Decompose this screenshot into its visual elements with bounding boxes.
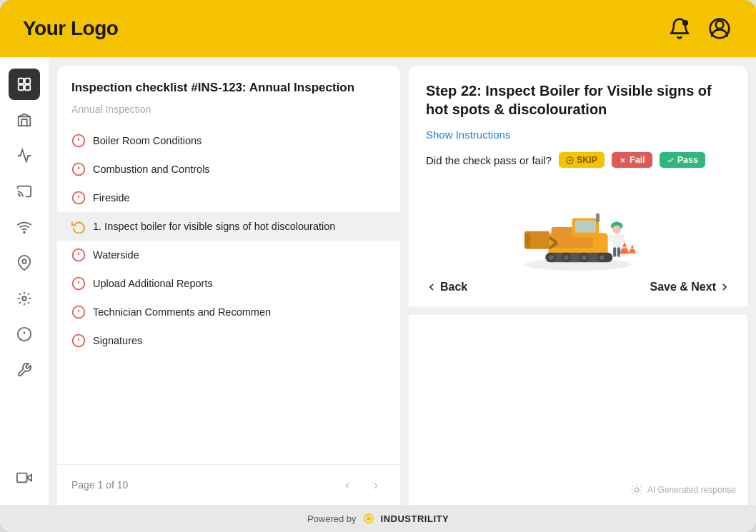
svg-point-55 (603, 253, 612, 262)
svg-point-9 (24, 231, 25, 233)
brand-name: INDUSTRILITY (381, 513, 449, 524)
svg-point-1 (716, 21, 724, 29)
svg-point-59 (600, 255, 605, 260)
sidebar-item-chart[interactable] (9, 140, 40, 171)
svg-rect-75 (630, 248, 635, 249)
svg-marker-15 (27, 474, 31, 481)
list-item[interactable]: Waterside (57, 241, 400, 269)
sidebar-item-alert[interactable] (9, 318, 40, 350)
svg-point-76 (635, 488, 639, 492)
svg-rect-68 (609, 234, 612, 243)
page-info: Page 1 of 10 (71, 479, 128, 491)
svg-point-58 (582, 255, 587, 260)
list-item-label: Boiler Room Conditions (93, 135, 202, 146)
main-body: Inspection checklist #INS-123: Annual In… (0, 57, 756, 505)
svg-rect-16 (17, 473, 27, 483)
svg-rect-60 (596, 214, 600, 223)
logo: Your Logo (23, 17, 118, 40)
ai-response-label: AI Generated response (630, 483, 736, 496)
list-item-label: Combustion and Controls (93, 164, 210, 175)
list-item-label: Upload Additional Reports (93, 278, 213, 289)
fail-button[interactable]: Fail (612, 152, 652, 168)
header-icons (666, 15, 733, 42)
svg-point-64 (612, 226, 621, 234)
sidebar-item-integration[interactable] (9, 283, 40, 314)
app-container: Your Logo (0, 0, 756, 532)
action-row: Back Save & Next (426, 281, 730, 293)
svg-rect-6 (25, 85, 30, 90)
brand-logo-icon (362, 512, 375, 525)
list-item[interactable]: Fireside (57, 184, 400, 212)
svg-rect-71 (620, 254, 629, 256)
pass-button[interactable]: Pass (660, 152, 705, 168)
svg-rect-65 (613, 234, 621, 247)
left-panel-footer: Page 1 of 10 ‹ › (57, 464, 400, 505)
check-question-row: Did the check pass or fail? SKIP Fail Pa… (426, 152, 730, 168)
list-item-active[interactable]: 1. Inspect boiler for visible signs of h… (57, 212, 400, 241)
illustration-area (426, 181, 730, 273)
list-item[interactable]: Boiler Room Conditions (57, 126, 400, 155)
svg-point-10 (22, 259, 26, 264)
step-title: Step 22: Inspect Boiler for Visible sign… (426, 81, 730, 119)
sidebar-item-building[interactable] (9, 104, 40, 136)
content-area: Inspection checklist #INS-123: Annual In… (49, 57, 756, 505)
save-next-button[interactable]: Save & Next (650, 281, 731, 293)
sidebar-item-wrench[interactable] (9, 354, 40, 386)
left-panel-header: Inspection checklist #INS-123: Annual In… (57, 66, 400, 124)
sidebar (0, 57, 49, 505)
back-button[interactable]: Back (426, 281, 467, 293)
skip-button[interactable]: SKIP (559, 152, 605, 168)
svg-rect-72 (621, 247, 628, 249)
svg-point-0 (682, 20, 688, 26)
show-instructions-link[interactable]: Show Instructions (426, 129, 730, 141)
list-item-label: Waterside (93, 249, 139, 261)
user-button[interactable] (706, 15, 733, 42)
bell-button[interactable] (666, 15, 693, 42)
next-page-button[interactable]: › (366, 475, 386, 495)
svg-rect-4 (25, 79, 30, 84)
list-item-label: Technician Comments and Recommen (93, 306, 271, 318)
check-question-text: Did the check pass or fail? (426, 154, 552, 166)
footer: Powered by INDUSTRILITY (0, 505, 756, 532)
svg-point-57 (564, 255, 569, 260)
right-panel-top: Step 22: Inspect Boiler for Visible sign… (409, 66, 747, 306)
right-panel-bottom: AI Generated response (409, 315, 747, 505)
list-item[interactable]: Technician Comments and Recommen (57, 298, 400, 326)
list-item[interactable]: Signatures (57, 326, 400, 355)
list-item-label: Fireside (93, 192, 130, 204)
list-item[interactable]: Combustion and Controls (57, 155, 400, 184)
svg-rect-7 (19, 116, 31, 126)
svg-point-11 (22, 296, 26, 301)
left-panel: Inspection checklist #INS-123: Annual In… (57, 66, 400, 505)
list-item-label: 1. Inspect boiler for visible signs of h… (93, 220, 335, 234)
sidebar-item-wifi[interactable] (9, 211, 40, 243)
sidebar-item-video[interactable] (9, 462, 40, 493)
svg-rect-3 (19, 79, 24, 84)
sidebar-item-location[interactable] (9, 247, 40, 278)
prev-page-button[interactable]: ‹ (337, 475, 357, 495)
list-item[interactable]: Upload Additional Reports (57, 269, 400, 298)
svg-rect-69 (621, 234, 625, 243)
svg-rect-66 (613, 247, 616, 256)
checklist-subtitle: Annual Inspection (71, 104, 386, 115)
checklist-title: Inspection checklist #INS-123: Annual In… (71, 80, 386, 96)
svg-rect-49 (524, 233, 530, 247)
nav-arrows: ‹ › (337, 475, 386, 495)
powered-by-text: Powered by (307, 513, 357, 524)
sidebar-item-grid[interactable] (9, 69, 40, 100)
right-column: Step 22: Inspect Boiler for Visible sign… (409, 66, 747, 505)
ai-generated-text: AI Generated response (647, 485, 736, 495)
header: Your Logo (0, 0, 756, 57)
sidebar-item-cast[interactable] (9, 176, 40, 207)
checklist-items-list: Boiler Room Conditions Combustion and Co… (57, 124, 400, 464)
svg-point-56 (549, 255, 554, 260)
svg-rect-47 (575, 221, 596, 233)
svg-rect-5 (19, 85, 24, 90)
list-item-label: Signatures (93, 335, 142, 346)
svg-rect-74 (629, 254, 636, 256)
